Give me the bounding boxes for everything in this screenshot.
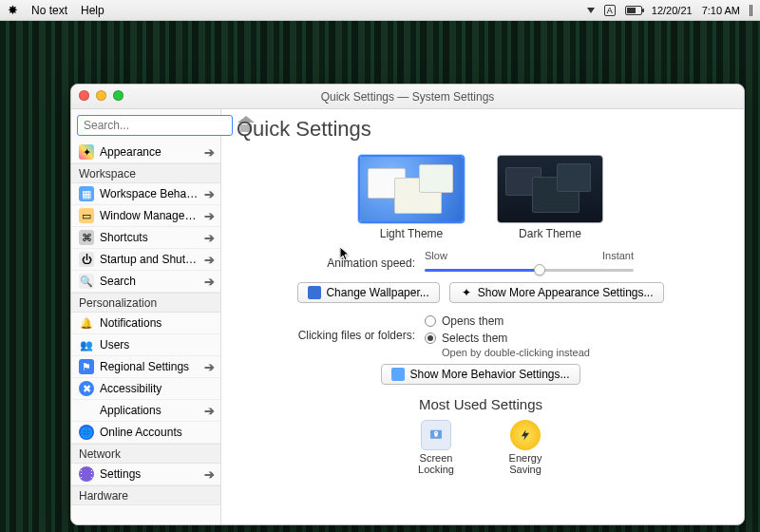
settings-window: Quick Settings — System Settings ✦ Appea…	[70, 84, 745, 525]
radio-icon	[425, 332, 436, 344]
theme-option-light[interactable]: Light Theme	[358, 155, 465, 240]
sidebar-item-label: Users	[100, 338, 215, 352]
sidebar-item-label: Appearance	[100, 145, 199, 159]
sidebar-item-appearance[interactable]: ✦ Appearance ➔	[71, 142, 220, 163]
titlebar[interactable]: Quick Settings — System Settings	[71, 85, 744, 109]
globe-icon: 🌐	[79, 425, 94, 440]
apple-menu-icon[interactable]: ✸	[8, 3, 18, 17]
clicking-files-label: Clicking files or folders:	[235, 329, 415, 342]
more-appearance-button[interactable]: ✦ Show More Appearance Settings...	[449, 282, 664, 303]
close-button[interactable]	[79, 90, 89, 101]
page-title: Quick Settings	[237, 117, 727, 142]
sidebar-item-accessibility[interactable]: ✖ Accessibility	[71, 378, 220, 400]
sidebar-item-label: Accessibility	[100, 382, 215, 395]
window-management-icon: ▭	[79, 208, 94, 223]
workspace-behavior-icon: ▦	[79, 186, 94, 201]
theme-thumbnail-dark	[497, 155, 603, 223]
menu-help[interactable]: Help	[81, 4, 104, 17]
radio-label: Opens them	[442, 313, 504, 330]
sidebar-item-label: Online Accounts	[100, 426, 215, 439]
minimize-button[interactable]	[96, 90, 106, 101]
chevron-right-icon: ➔	[204, 146, 215, 159]
sidebar-item-shortcuts[interactable]: ⌘ Shortcuts ➔	[71, 227, 220, 249]
sidebar-item-label: Shortcuts	[100, 231, 199, 244]
maximize-button[interactable]	[113, 90, 124, 101]
animation-speed-label: Animation speed:	[235, 256, 415, 270]
mouse-cursor	[340, 247, 352, 262]
energy-icon	[510, 420, 541, 450]
sidebar-item-online-accounts[interactable]: 🌐 Online Accounts	[71, 422, 220, 444]
chevron-right-icon: ➔	[204, 210, 215, 222]
input-menu-icon[interactable]: A	[604, 5, 616, 16]
dropdown-icon[interactable]	[587, 8, 595, 13]
theme-label: Light Theme	[358, 227, 465, 240]
sidebar-category-personalization: Personalization	[71, 293, 220, 313]
search-input[interactable]	[77, 115, 233, 136]
menubar-time[interactable]: 7:10 AM	[702, 5, 740, 16]
flag-icon: ⚑	[79, 359, 94, 374]
most-used-energy-saving[interactable]: EnergySaving	[497, 420, 554, 475]
sidebar-item-label: Startup and Shutdown	[100, 253, 199, 266]
sidebar-item-regional[interactable]: ⚑ Regional Settings ➔	[71, 356, 220, 378]
apps-icon	[79, 403, 94, 418]
sidebar-item-label: Settings	[100, 467, 199, 481]
sidebar-category-workspace: Workspace	[71, 163, 220, 183]
sidebar-category-hardware: Hardware	[71, 485, 220, 505]
search-icon: 🔍	[79, 274, 94, 289]
display-icon	[308, 286, 321, 299]
button-label: Change Wallpaper...	[326, 286, 428, 299]
appearance-icon: ✦	[79, 144, 94, 160]
theme-label: Dark Theme	[497, 227, 603, 240]
animation-speed-slider[interactable]	[425, 263, 634, 276]
window-title: Quick Settings — System Settings	[321, 90, 495, 104]
lock-screen-icon	[421, 420, 451, 450]
most-used-label: EnergySaving	[497, 452, 554, 475]
theme-thumbnail-light	[358, 155, 465, 223]
content-area: Quick Settings Light Theme Dark Theme An…	[221, 109, 744, 524]
sidebar-item-applications[interactable]: Applications ➔	[71, 400, 220, 422]
most-used-screen-locking[interactable]: ScreenLocking	[408, 420, 465, 475]
workspace-icon	[391, 368, 405, 381]
sidebar-item-startup-shutdown[interactable]: ⏻ Startup and Shutdown ➔	[71, 249, 220, 271]
system-menubar: ✸ No text Help A 12/20/21 7:10 AM	[0, 0, 760, 21]
spotlight-icon[interactable]	[750, 5, 752, 16]
sidebar-item-window-management[interactable]: ▭ Window Management ➔	[71, 205, 220, 227]
button-label: Show More Appearance Settings...	[478, 286, 654, 299]
battery-icon[interactable]	[625, 6, 642, 15]
change-wallpaper-button[interactable]: Change Wallpaper...	[297, 282, 439, 303]
sidebar-item-label: Search	[100, 275, 199, 288]
sidebar-item-label: Workspace Behavior	[100, 187, 199, 200]
bell-icon: 🔔	[79, 315, 94, 331]
chevron-right-icon: ➔	[204, 188, 215, 200]
more-behavior-button[interactable]: Show More Behavior Settings...	[381, 364, 580, 385]
slider-label-slow: Slow	[425, 250, 447, 261]
slider-label-instant: Instant	[602, 250, 634, 261]
sidebar-item-label: Regional Settings	[100, 360, 199, 373]
sidebar-category-network: Network	[71, 444, 220, 464]
sidebar-item-users[interactable]: 👥 Users	[71, 334, 220, 356]
sidebar-item-search[interactable]: 🔍 Search ➔	[71, 271, 220, 293]
accessibility-icon: ✖	[79, 381, 94, 396]
network-icon: ⋮⋮	[79, 466, 94, 482]
radio-selects-them[interactable]: Selects them	[425, 330, 590, 347]
radio-label: Selects them	[442, 330, 507, 347]
sidebar-item-label: Applications	[100, 404, 199, 417]
radio-opens-them[interactable]: Opens them	[425, 313, 590, 330]
chevron-right-icon: ➔	[204, 468, 215, 481]
menu-notext[interactable]: No text	[31, 4, 67, 17]
theme-option-dark[interactable]: Dark Theme	[497, 155, 603, 240]
chevron-right-icon: ➔	[204, 405, 215, 417]
window-controls	[79, 90, 124, 101]
sidebar-item-label: Window Management	[100, 209, 199, 222]
sidebar-item-label: Notifications	[100, 316, 215, 330]
shortcuts-icon: ⌘	[79, 230, 94, 245]
users-icon: 👥	[79, 337, 94, 352]
radio-icon	[425, 315, 436, 327]
sidebar-item-notifications[interactable]: 🔔 Notifications	[71, 313, 220, 334]
button-label: Show More Behavior Settings...	[409, 368, 569, 381]
most-used-title: Most Used Settings	[235, 396, 727, 412]
sidebar-item-network-settings[interactable]: ⋮⋮ Settings ➔	[71, 464, 220, 485]
chevron-right-icon: ➔	[204, 232, 215, 244]
sidebar-item-workspace-behavior[interactable]: ▦ Workspace Behavior ➔	[71, 183, 220, 205]
menubar-date[interactable]: 12/20/21	[652, 5, 693, 16]
